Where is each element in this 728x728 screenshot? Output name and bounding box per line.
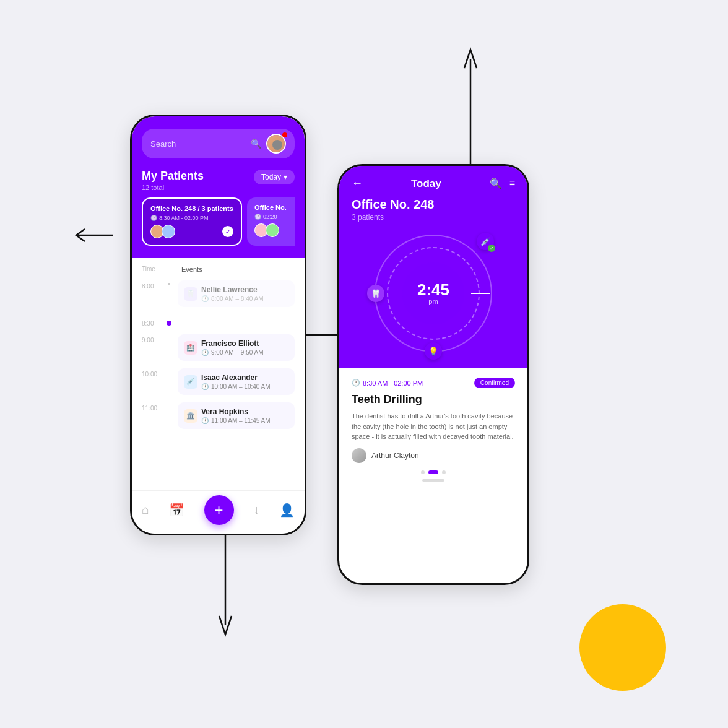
timeline-connector [165,280,173,288]
notification-badge [282,132,287,137]
event-inner-3: 💉 Isaac Alexander 🕐 10:00 AM – 10:40 AM [184,373,288,390]
nav-user-icon[interactable]: 👤 [279,503,295,518]
event-time-nellie: 🕐 8:00 AM – 8:40 AM [201,295,264,302]
office-patient-count: 3 patients [352,213,515,222]
clock-icon-appt: 🕐 [352,379,360,387]
line-top [168,283,170,288]
pagination-dot-2[interactable] [428,470,438,474]
appointment-detail-card: 🕐 8:30 AM - 02:00 PM Confirmed Teeth Dri… [339,368,527,492]
office-card-2-time: 🕐 02:20 [254,214,295,220]
clock-icon-sm: 🕐 [201,295,209,302]
patient-info-row: Arthur Clayton [352,448,515,463]
clock-badge-tooth: 🦷 [367,285,384,302]
today-filter-button[interactable]: Today ▾ [254,170,295,184]
nav-calendar-icon[interactable]: 📅 [169,503,184,518]
clock-badge-syringe: 💉 [477,233,494,250]
appointment-nellie[interactable]: 🦷 Nellie Lawrence 🕐 8:00 AM – 8:40 AM [178,280,295,307]
fab-add-button[interactable]: + [204,495,234,525]
current-time-dot [167,321,171,326]
my-patients-row: My Patients 12 total Today ▾ [142,167,295,197]
appointment-time: 🕐 8:30 AM - 02:00 PM [352,379,423,387]
event-time-vera: 🕐 11:00 AM – 11:45 AM [201,417,271,424]
clock-outer-ring: 2:45 pm 💉 🦷 💡 [375,235,492,352]
schedule-section: Time Events 8:00 🦷 Nellie Lawrence 🕐 8:0… [132,258,305,441]
appointment-icon-2: 🏥 [184,341,197,355]
phone2-header: ← Today 🔍 ≡ [339,166,527,197]
appointment-vera[interactable]: 🏛️ Vera Hopkins 🕐 11:00 AM – 11:45 AM [178,402,295,429]
card-avatars [150,225,173,238]
phone2-container: ← Today 🔍 ≡ Office No. 248 3 patients 2:… [337,164,529,585]
timeline-connector-3 [165,368,173,371]
schedule-header: Time Events [132,266,305,278]
patient-name-display: Arthur Clayton [371,451,419,460]
time-900: 9:00 [142,334,165,344]
appointment-isaac[interactable]: 💉 Isaac Alexander 🕐 10:00 AM – 10:40 AM [178,368,295,395]
clock-icon-sm-3: 🕐 [201,383,209,390]
avatar-wrapper [266,134,286,154]
up-arrow [463,46,479,173]
event-details-3: Isaac Alexander 🕐 10:00 AM – 10:40 AM [201,373,271,390]
timeline-connector-4 [165,402,173,405]
phone1-header: Search 🔍 My Patients 12 total Today ▾ [132,116,305,258]
search-placeholder: Search [150,139,176,149]
decorative-yellow-circle [579,604,666,691]
appointment-title: Teeth Drilling [352,393,515,406]
nav-download-icon[interactable]: ↓ [253,503,259,517]
search-bar[interactable]: Search 🔍 [142,129,295,158]
event-details-2: Francisco Elliott 🕐 9:00 AM – 9:50 AM [201,339,264,356]
event-details-4: Vera Hopkins 🕐 11:00 AM – 11:45 AM [201,407,271,424]
connector-line [306,334,340,336]
office-cards-row: Office No. 248 / 3 patients 🕐 8:30 AM - … [142,197,295,248]
appointment-icon-3: 💉 [184,375,197,389]
clock-middle-ring: 2:45 pm [387,247,480,340]
office-card-1[interactable]: Office No. 248 / 3 patients 🕐 8:30 AM - … [142,197,242,246]
bottom-navigation: ⌂ 📅 + ↓ 👤 [132,490,305,534]
search-icon-2[interactable]: 🔍 [490,178,502,189]
timeline-connector-2 [165,334,173,337]
table-row: 8:00 🦷 Nellie Lawrence 🕐 8:00 AM – 8:40 … [132,278,305,312]
table-row: 10:00 💉 Isaac Alexander 🕐 10:00 AM – 10:… [132,366,305,400]
phone1-container: Search 🔍 My Patients 12 total Today ▾ [130,115,306,535]
patient-name-isaac: Isaac Alexander [201,373,271,382]
pagination-dot-3[interactable] [442,470,446,474]
office-card-2-title: Office No. [254,204,295,211]
search-icon[interactable]: 🔍 [251,139,261,149]
my-patients-sub: 12 total [142,184,204,191]
office-info-section: Office No. 248 3 patients 2:45 pm 💉 [339,197,527,368]
clock-icon-2: 🕐 [254,214,261,220]
mini-avatar-4 [266,223,279,237]
appointment-icon-4: 🏛️ [184,409,197,423]
office-card-1-time: 🕐 8:30 AM - 02:00 PM [150,215,233,221]
card-footer: ✓ [150,225,233,238]
table-row: 9:00 🏥 Francisco Elliott 🕐 9:00 AM – 9:5… [132,332,305,366]
chevron-down-icon: ▾ [284,173,287,181]
status-badge: Confirmed [474,378,515,388]
clock-icon: 🕐 [150,215,157,221]
clock-ampm-display: pm [428,298,438,305]
down-arrow [218,526,233,640]
page-title-today: Today [411,178,441,190]
search-icon-group: 🔍 [251,134,286,154]
patient-name-vera: Vera Hopkins [201,407,271,416]
office-number: Office No. 248 [352,197,515,212]
pagination-dot-1[interactable] [421,470,425,474]
clock-crosshair-h [471,293,490,294]
table-row: 8:30 [132,312,305,332]
patient-avatar-small [352,448,366,463]
clock-icon-sm-2: 🕐 [201,349,209,356]
clock-icon-sm-4: 🕐 [201,417,209,424]
office-card-2[interactable]: Office No. 🕐 02:20 [247,197,295,246]
appointment-francisco[interactable]: 🏥 Francisco Elliott 🕐 9:00 AM – 9:50 AM [178,334,295,361]
my-patients-info: My Patients 12 total [142,170,204,191]
appointment-header: 🕐 8:30 AM - 02:00 PM Confirmed [352,378,515,388]
plus-icon: + [215,501,223,519]
time-800: 8:00 [142,280,165,290]
menu-icon[interactable]: ≡ [509,178,515,189]
time-1000: 10:00 [142,368,165,378]
event-details: Nellie Lawrence 🕐 8:00 AM – 8:40 AM [201,285,264,302]
nav-home-icon[interactable]: ⌂ [142,503,149,517]
back-button[interactable]: ← [352,177,363,190]
patient-name-nellie: Nellie Lawrence [201,285,264,294]
clock-time-display: 2:45 [417,282,449,298]
mini-avatar-2 [162,225,175,238]
